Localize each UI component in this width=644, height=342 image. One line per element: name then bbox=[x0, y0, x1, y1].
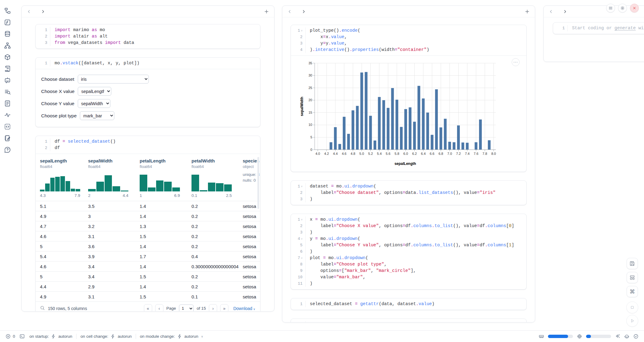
imports-code[interactable]: 1import marimo as mo2import altair as al… bbox=[36, 24, 260, 48]
shortcuts-button[interactable]: ⌘ bbox=[627, 286, 638, 297]
svg-text:7.6: 7.6 bbox=[474, 152, 478, 155]
code-placeholder[interactable]: Start coding or generate with AI bbox=[568, 25, 644, 31]
table-row: 53.41.50.2setosa bbox=[36, 271, 260, 281]
column-header[interactable]: petalWidthfloat640.12.5 bbox=[191, 158, 243, 198]
help-icon[interactable] bbox=[4, 146, 11, 153]
close-button[interactable] bbox=[630, 4, 639, 12]
dataset-dropdown-cell[interactable]: 1∨dataset = mo.ui.dropdown(2 label="Choo… bbox=[291, 180, 527, 205]
on-module-change-toggle[interactable]: on module change: autorun ∨ bbox=[140, 334, 203, 339]
empty-code-cell[interactable]: 1 Start coding or generate with AI bbox=[553, 22, 644, 34]
terminal-button[interactable] bbox=[20, 334, 25, 339]
svg-text:5.0: 5.0 bbox=[360, 152, 364, 155]
ai-chat-icon[interactable] bbox=[4, 77, 11, 84]
prev-page-button[interactable]: ‹ bbox=[155, 304, 163, 312]
page-select[interactable]: 1 bbox=[179, 305, 194, 312]
datasources-icon[interactable] bbox=[4, 30, 11, 37]
search-icon[interactable] bbox=[40, 305, 45, 311]
svg-text:4.0: 4.0 bbox=[315, 152, 320, 155]
table-row: 4.93.11.50.1setosa bbox=[36, 291, 260, 301]
dataset-label: Choose dataset bbox=[41, 77, 74, 82]
panel-back-icon[interactable] bbox=[287, 9, 292, 14]
on-startup-toggle[interactable]: on startup: autorun bbox=[30, 334, 73, 339]
plot-type-code[interactable]: 1plot_type = getattr(alt.Chart(df), plot… bbox=[291, 319, 526, 322]
dataframe-cell[interactable]: 1df = selected_dataset()2df sepalLengthf… bbox=[35, 136, 260, 312]
selected-dataset-code[interactable]: 1selected_dataset = getattr(data, datase… bbox=[291, 298, 526, 310]
stop-button[interactable] bbox=[626, 301, 638, 313]
file-explorer-icon[interactable] bbox=[4, 7, 11, 14]
on-cell-change-toggle[interactable]: on cell change: autorun bbox=[80, 334, 132, 339]
column-histogram bbox=[140, 174, 180, 191]
outline-icon[interactable] bbox=[4, 88, 11, 95]
resource-meters bbox=[539, 334, 639, 339]
column-histogram bbox=[88, 174, 128, 191]
selected-dataset-cell[interactable]: 1selected_dataset = getattr(data, datase… bbox=[291, 298, 527, 310]
run-button[interactable] bbox=[626, 315, 638, 327]
plot-cell[interactable]: 1∨plot_type().encode(2 x=x.value,3 y=y.v… bbox=[291, 25, 527, 172]
dataset-select[interactable]: iris bbox=[78, 75, 149, 84]
last-page-button[interactable]: » bbox=[220, 304, 228, 312]
error-indicator[interactable]: 0 bbox=[5, 334, 15, 339]
bar-chart[interactable]: 4.04.24.44.64.85.05.25.45.65.86.06.26.46… bbox=[299, 59, 505, 167]
functions-icon[interactable] bbox=[4, 19, 11, 26]
panel-forward-icon[interactable] bbox=[41, 9, 45, 14]
assistant-icon[interactable] bbox=[624, 334, 629, 339]
vstack-code[interactable]: 1mo.vstack([dataset, x, y, plot]) bbox=[36, 58, 260, 69]
panel-forward-icon[interactable] bbox=[563, 9, 567, 14]
first-page-button[interactable]: « bbox=[144, 304, 152, 312]
page-count-label: of 15 bbox=[197, 306, 206, 311]
x-control: Choose X value sepalLength bbox=[41, 87, 260, 96]
plot-type-cell[interactable]: 1plot_type = getattr(alt.Chart(df), plot… bbox=[291, 319, 527, 322]
connection-status-icon[interactable] bbox=[633, 334, 639, 339]
layout-grid-icon bbox=[629, 275, 635, 280]
save-button[interactable] bbox=[627, 258, 638, 269]
dependencies-icon[interactable] bbox=[4, 42, 11, 49]
lightning-icon bbox=[51, 334, 56, 339]
logs-icon[interactable] bbox=[4, 65, 11, 72]
svg-text:15: 15 bbox=[309, 111, 312, 114]
table-row: 4.63.11.50.2setosa bbox=[36, 231, 260, 241]
df-code[interactable]: 1df = selected_dataset()2df bbox=[36, 136, 260, 154]
column-header[interactable]: sepalWidthfloat6424.4 bbox=[88, 158, 140, 198]
add-cell-icon[interactable] bbox=[264, 9, 269, 14]
terminal-icon bbox=[20, 334, 25, 339]
y-select[interactable]: sepalWidth bbox=[78, 99, 110, 108]
memory-fill bbox=[548, 335, 568, 338]
tracing-icon[interactable] bbox=[4, 112, 11, 119]
snippets-icon[interactable] bbox=[4, 123, 11, 130]
left-panel-header bbox=[22, 6, 274, 17]
download-link[interactable]: Download∨ bbox=[233, 306, 255, 311]
scratchpad-icon[interactable] bbox=[4, 135, 11, 142]
packages-icon[interactable] bbox=[4, 54, 11, 61]
menu-button[interactable] bbox=[606, 4, 615, 12]
dataset-code[interactable]: 1∨dataset = mo.ui.dropdown(2 label="Choo… bbox=[291, 181, 526, 205]
layout-button[interactable] bbox=[627, 272, 638, 283]
column-header[interactable]: sepalLengthfloat644.37.9 bbox=[40, 158, 88, 198]
plot-type-control: Choose plot type mark_bar bbox=[41, 111, 260, 120]
sparkles-icon[interactable] bbox=[615, 334, 620, 339]
column-header[interactable]: petalLengthfloat6416.9 bbox=[140, 158, 191, 198]
chart-options-button[interactable]: ⋯ bbox=[512, 58, 520, 66]
next-page-button[interactable]: › bbox=[209, 304, 217, 312]
panel-forward-icon[interactable] bbox=[301, 9, 306, 14]
generate-link[interactable]: generate bbox=[614, 26, 636, 30]
xyplot-code[interactable]: 1∨x = mo.ui.dropdown(2 label="Choose X v… bbox=[291, 214, 526, 289]
column-histogram bbox=[191, 174, 232, 191]
middle-notebook-panel: 1∨plot_type().encode(2 x=x.value,3 y=y.v… bbox=[282, 5, 535, 322]
x-label: Choose X value bbox=[41, 89, 74, 94]
x-select[interactable]: sepalLength bbox=[78, 87, 111, 96]
svg-text:20: 20 bbox=[309, 98, 312, 102]
vstack-cell[interactable]: 1mo.vstack([dataset, x, y, plot]) Choose… bbox=[35, 57, 260, 127]
panel-back-icon[interactable] bbox=[27, 9, 31, 14]
panel-back-icon[interactable] bbox=[549, 9, 553, 14]
plot-code[interactable]: 1∨plot_type().encode(2 x=x.value,3 y=y.v… bbox=[291, 25, 526, 55]
table-scrollbar[interactable] bbox=[257, 157, 259, 209]
table-summary: 150 rows, 5 columns bbox=[48, 306, 87, 311]
settings-button[interactable] bbox=[618, 4, 627, 12]
documentation-icon[interactable] bbox=[4, 100, 11, 107]
add-cell-icon[interactable] bbox=[524, 9, 530, 14]
plot-type-select[interactable]: mark_bar bbox=[80, 111, 114, 120]
imports-cell[interactable]: 1import marimo as mo2import altair as al… bbox=[35, 24, 260, 49]
xyplot-dropdown-cell[interactable]: 1∨x = mo.ui.dropdown(2 label="Choose X v… bbox=[291, 214, 527, 290]
right-scratch-panel: 1 Start coding or generate with AI bbox=[543, 5, 644, 62]
table-row: 5.13.51.40.2setosa bbox=[36, 201, 260, 211]
